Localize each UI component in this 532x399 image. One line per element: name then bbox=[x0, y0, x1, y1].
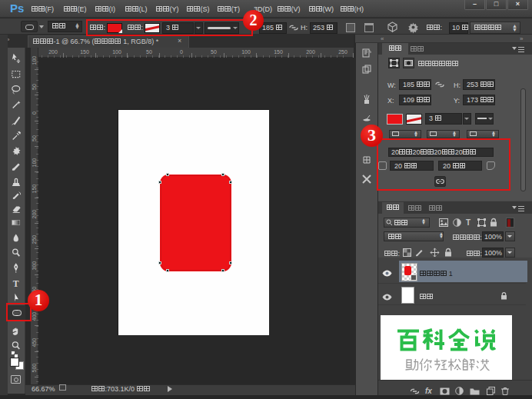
svg-text:T: T bbox=[13, 279, 19, 289]
